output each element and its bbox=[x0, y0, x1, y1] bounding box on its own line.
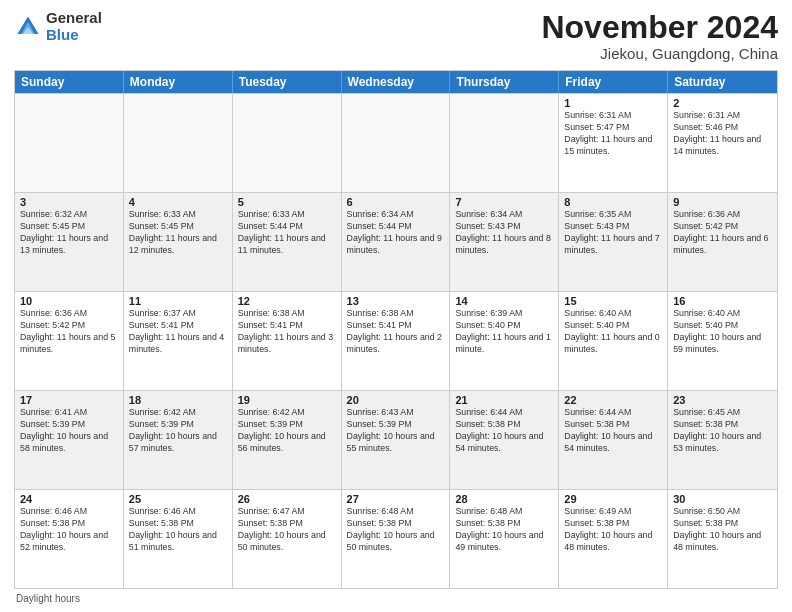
day-number: 7 bbox=[455, 196, 553, 208]
day-info: Sunrise: 6:50 AMSunset: 5:38 PMDaylight:… bbox=[673, 506, 772, 554]
cal-cell: 17Sunrise: 6:41 AMSunset: 5:39 PMDayligh… bbox=[15, 391, 124, 489]
footer-note: Daylight hours bbox=[14, 593, 778, 604]
day-info: Sunrise: 6:38 AMSunset: 5:41 PMDaylight:… bbox=[347, 308, 445, 356]
cal-cell: 25Sunrise: 6:46 AMSunset: 5:38 PMDayligh… bbox=[124, 490, 233, 588]
cal-header-friday: Friday bbox=[559, 71, 668, 93]
day-number: 16 bbox=[673, 295, 772, 307]
day-number: 9 bbox=[673, 196, 772, 208]
day-info: Sunrise: 6:33 AMSunset: 5:44 PMDaylight:… bbox=[238, 209, 336, 257]
day-number: 1 bbox=[564, 97, 662, 109]
day-number: 5 bbox=[238, 196, 336, 208]
cal-cell: 26Sunrise: 6:47 AMSunset: 5:38 PMDayligh… bbox=[233, 490, 342, 588]
cal-header-wednesday: Wednesday bbox=[342, 71, 451, 93]
cal-header-monday: Monday bbox=[124, 71, 233, 93]
day-info: Sunrise: 6:46 AMSunset: 5:38 PMDaylight:… bbox=[20, 506, 118, 554]
day-info: Sunrise: 6:48 AMSunset: 5:38 PMDaylight:… bbox=[347, 506, 445, 554]
day-number: 6 bbox=[347, 196, 445, 208]
day-info: Sunrise: 6:47 AMSunset: 5:38 PMDaylight:… bbox=[238, 506, 336, 554]
day-number: 27 bbox=[347, 493, 445, 505]
day-number: 19 bbox=[238, 394, 336, 406]
logo-blue-text: Blue bbox=[46, 27, 102, 44]
cal-cell: 10Sunrise: 6:36 AMSunset: 5:42 PMDayligh… bbox=[15, 292, 124, 390]
cal-cell bbox=[233, 94, 342, 192]
day-info: Sunrise: 6:43 AMSunset: 5:39 PMDaylight:… bbox=[347, 407, 445, 455]
cal-cell: 12Sunrise: 6:38 AMSunset: 5:41 PMDayligh… bbox=[233, 292, 342, 390]
cal-header-saturday: Saturday bbox=[668, 71, 777, 93]
calendar-header: SundayMondayTuesdayWednesdayThursdayFrid… bbox=[15, 71, 777, 93]
cal-header-tuesday: Tuesday bbox=[233, 71, 342, 93]
day-number: 25 bbox=[129, 493, 227, 505]
day-number: 24 bbox=[20, 493, 118, 505]
cal-cell: 23Sunrise: 6:45 AMSunset: 5:38 PMDayligh… bbox=[668, 391, 777, 489]
cal-cell: 7Sunrise: 6:34 AMSunset: 5:43 PMDaylight… bbox=[450, 193, 559, 291]
day-info: Sunrise: 6:41 AMSunset: 5:39 PMDaylight:… bbox=[20, 407, 118, 455]
day-number: 12 bbox=[238, 295, 336, 307]
day-info: Sunrise: 6:42 AMSunset: 5:39 PMDaylight:… bbox=[238, 407, 336, 455]
cal-week-3: 10Sunrise: 6:36 AMSunset: 5:42 PMDayligh… bbox=[15, 291, 777, 390]
cal-cell: 29Sunrise: 6:49 AMSunset: 5:38 PMDayligh… bbox=[559, 490, 668, 588]
cal-cell: 8Sunrise: 6:35 AMSunset: 5:43 PMDaylight… bbox=[559, 193, 668, 291]
day-number: 3 bbox=[20, 196, 118, 208]
day-number: 2 bbox=[673, 97, 772, 109]
cal-cell: 15Sunrise: 6:40 AMSunset: 5:40 PMDayligh… bbox=[559, 292, 668, 390]
day-info: Sunrise: 6:42 AMSunset: 5:39 PMDaylight:… bbox=[129, 407, 227, 455]
day-info: Sunrise: 6:31 AMSunset: 5:46 PMDaylight:… bbox=[673, 110, 772, 158]
cal-week-4: 17Sunrise: 6:41 AMSunset: 5:39 PMDayligh… bbox=[15, 390, 777, 489]
day-info: Sunrise: 6:35 AMSunset: 5:43 PMDaylight:… bbox=[564, 209, 662, 257]
day-number: 15 bbox=[564, 295, 662, 307]
cal-cell: 6Sunrise: 6:34 AMSunset: 5:44 PMDaylight… bbox=[342, 193, 451, 291]
cal-cell: 13Sunrise: 6:38 AMSunset: 5:41 PMDayligh… bbox=[342, 292, 451, 390]
cal-cell: 19Sunrise: 6:42 AMSunset: 5:39 PMDayligh… bbox=[233, 391, 342, 489]
logo-icon bbox=[14, 13, 42, 41]
day-info: Sunrise: 6:48 AMSunset: 5:38 PMDaylight:… bbox=[455, 506, 553, 554]
cal-header-sunday: Sunday bbox=[15, 71, 124, 93]
day-info: Sunrise: 6:46 AMSunset: 5:38 PMDaylight:… bbox=[129, 506, 227, 554]
cal-cell: 11Sunrise: 6:37 AMSunset: 5:41 PMDayligh… bbox=[124, 292, 233, 390]
page: General Blue November 2024 Jiekou, Guang… bbox=[0, 0, 792, 612]
cal-cell: 14Sunrise: 6:39 AMSunset: 5:40 PMDayligh… bbox=[450, 292, 559, 390]
day-number: 8 bbox=[564, 196, 662, 208]
day-number: 23 bbox=[673, 394, 772, 406]
calendar: SundayMondayTuesdayWednesdayThursdayFrid… bbox=[14, 70, 778, 589]
day-info: Sunrise: 6:37 AMSunset: 5:41 PMDaylight:… bbox=[129, 308, 227, 356]
title-block: November 2024 Jiekou, Guangdong, China bbox=[541, 10, 778, 62]
calendar-body: 1Sunrise: 6:31 AMSunset: 5:47 PMDaylight… bbox=[15, 93, 777, 588]
header: General Blue November 2024 Jiekou, Guang… bbox=[14, 10, 778, 62]
day-number: 10 bbox=[20, 295, 118, 307]
day-info: Sunrise: 6:39 AMSunset: 5:40 PMDaylight:… bbox=[455, 308, 553, 356]
day-info: Sunrise: 6:38 AMSunset: 5:41 PMDaylight:… bbox=[238, 308, 336, 356]
day-number: 21 bbox=[455, 394, 553, 406]
cal-cell: 21Sunrise: 6:44 AMSunset: 5:38 PMDayligh… bbox=[450, 391, 559, 489]
logo-text: General Blue bbox=[46, 10, 102, 43]
calendar-location: Jiekou, Guangdong, China bbox=[541, 45, 778, 62]
cal-cell: 20Sunrise: 6:43 AMSunset: 5:39 PMDayligh… bbox=[342, 391, 451, 489]
cal-cell: 22Sunrise: 6:44 AMSunset: 5:38 PMDayligh… bbox=[559, 391, 668, 489]
cal-week-5: 24Sunrise: 6:46 AMSunset: 5:38 PMDayligh… bbox=[15, 489, 777, 588]
logo: General Blue bbox=[14, 10, 102, 43]
day-number: 29 bbox=[564, 493, 662, 505]
day-info: Sunrise: 6:36 AMSunset: 5:42 PMDaylight:… bbox=[20, 308, 118, 356]
cal-cell bbox=[124, 94, 233, 192]
day-number: 4 bbox=[129, 196, 227, 208]
day-number: 14 bbox=[455, 295, 553, 307]
cal-cell: 1Sunrise: 6:31 AMSunset: 5:47 PMDaylight… bbox=[559, 94, 668, 192]
day-number: 11 bbox=[129, 295, 227, 307]
daylight-label: Daylight hours bbox=[16, 593, 80, 604]
cal-cell bbox=[342, 94, 451, 192]
calendar-title: November 2024 bbox=[541, 10, 778, 45]
day-info: Sunrise: 6:40 AMSunset: 5:40 PMDaylight:… bbox=[673, 308, 772, 356]
cal-cell: 2Sunrise: 6:31 AMSunset: 5:46 PMDaylight… bbox=[668, 94, 777, 192]
day-info: Sunrise: 6:40 AMSunset: 5:40 PMDaylight:… bbox=[564, 308, 662, 356]
cal-cell: 30Sunrise: 6:50 AMSunset: 5:38 PMDayligh… bbox=[668, 490, 777, 588]
day-number: 22 bbox=[564, 394, 662, 406]
day-info: Sunrise: 6:34 AMSunset: 5:44 PMDaylight:… bbox=[347, 209, 445, 257]
day-number: 17 bbox=[20, 394, 118, 406]
cal-header-thursday: Thursday bbox=[450, 71, 559, 93]
day-info: Sunrise: 6:31 AMSunset: 5:47 PMDaylight:… bbox=[564, 110, 662, 158]
cal-cell: 5Sunrise: 6:33 AMSunset: 5:44 PMDaylight… bbox=[233, 193, 342, 291]
cal-cell: 16Sunrise: 6:40 AMSunset: 5:40 PMDayligh… bbox=[668, 292, 777, 390]
day-info: Sunrise: 6:45 AMSunset: 5:38 PMDaylight:… bbox=[673, 407, 772, 455]
cal-cell: 4Sunrise: 6:33 AMSunset: 5:45 PMDaylight… bbox=[124, 193, 233, 291]
cal-week-2: 3Sunrise: 6:32 AMSunset: 5:45 PMDaylight… bbox=[15, 192, 777, 291]
day-info: Sunrise: 6:49 AMSunset: 5:38 PMDaylight:… bbox=[564, 506, 662, 554]
